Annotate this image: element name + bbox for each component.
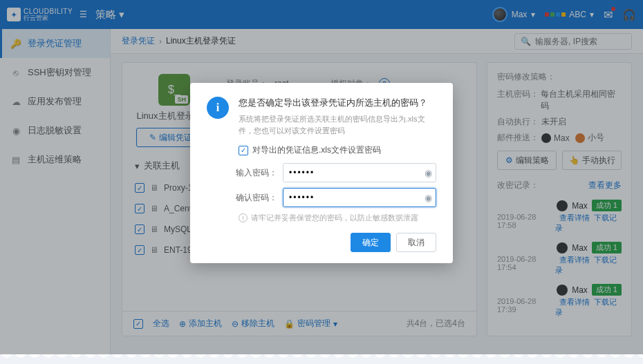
input-password-field[interactable] — [283, 163, 436, 182]
modal-title: 您是否确定导出该登录凭证内所选主机的密码？ — [239, 97, 436, 109]
ok-button[interactable]: 确定 — [351, 233, 391, 252]
eye-icon[interactable]: ◉ — [425, 168, 432, 178]
set-password-checkbox-row[interactable]: ✓ 对导出的凭证信息.xls文件设置密码 — [239, 144, 436, 156]
confirm-password-field[interactable] — [283, 188, 436, 207]
checkbox-label: 对导出的凭证信息.xls文件设置密码 — [252, 144, 381, 156]
checkbox-icon[interactable]: ✓ — [239, 146, 248, 155]
input-password-label: 输入密码： — [227, 167, 277, 179]
eye-icon[interactable]: ◉ — [425, 193, 432, 203]
password-hint: ! 请牢记并妥善保管您的密码，以防止敏感数据泄露 — [239, 213, 436, 223]
torn-edge — [0, 354, 643, 364]
info-small-icon: ! — [239, 213, 248, 222]
modal-subtitle: 系统将把登录凭证所选关联主机的密码信息导出为.xls文件，您也可以对该文件设置密… — [239, 113, 436, 136]
info-icon: i — [207, 97, 229, 119]
cancel-button[interactable]: 取消 — [396, 233, 436, 252]
confirm-password-label: 确认密码： — [227, 192, 277, 204]
modal-mask: i 您是否确定导出该登录凭证内所选主机的密码？ 系统将把登录凭证所选关联主机的密… — [0, 0, 643, 364]
export-password-modal: i 您是否确定导出该登录凭证内所选主机的密码？ 系统将把登录凭证所选关联主机的密… — [190, 83, 453, 263]
